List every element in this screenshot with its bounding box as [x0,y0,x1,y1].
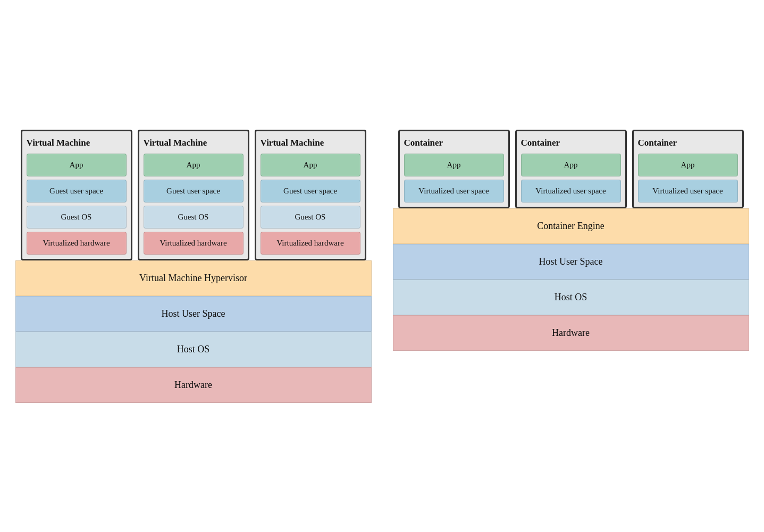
containers-row: Container App Virtualized user space Con… [393,130,749,208]
container3-virt-user: Virtualized user space [638,180,738,202]
container1-app: App [404,154,504,176]
main-container: Virtual Machine App Guest user space Gue… [15,130,749,403]
vm3-virt-hw: Virtualized hardware [261,232,360,255]
vm3-title: Virtual Machine [261,136,360,150]
vm-box-1: Virtual Machine App Guest user space Gue… [21,130,132,260]
container-diagram: Container App Virtualized user space Con… [393,130,749,351]
vm2-virt-hw: Virtualized hardware [144,232,244,255]
container-hardware-layer: Hardware [393,315,749,351]
container3-title: Container [638,136,738,150]
vm-box-3: Virtual Machine App Guest user space Gue… [255,130,366,260]
container1-virt-user: Virtualized user space [404,180,504,202]
container2-title: Container [521,136,621,150]
vm3-app: App [261,154,360,176]
vm1-virt-hw: Virtualized hardware [27,232,127,255]
vm2-guest-os: Guest OS [144,206,244,229]
vm3-guest-user: Guest user space [261,180,360,202]
container2-virt-user: Virtualized user space [521,180,621,202]
container3-app: App [638,154,738,176]
vm-infra-layers: Virtual Machine Hypervisor Host User Spa… [15,260,372,403]
vm-hardware-layer: Hardware [15,367,372,403]
vm2-guest-user: Guest user space [144,180,244,202]
container-engine-layer: Container Engine [393,208,749,244]
vm1-guest-user: Guest user space [27,180,127,202]
vm-box-2: Virtual Machine App Guest user space Gue… [138,130,249,260]
vm-hypervisor-layer: Virtual Machine Hypervisor [15,260,372,296]
container2-app: App [521,154,621,176]
container-host-user-layer: Host User Space [393,244,749,280]
container-box-2: Container App Virtualized user space [515,130,627,208]
vm1-app: App [27,154,127,176]
container-box-3: Container App Virtualized user space [632,130,744,208]
vm2-title: Virtual Machine [144,136,244,150]
container1-title: Container [404,136,504,150]
vm2-app: App [144,154,244,176]
vm-machines-row: Virtual Machine App Guest user space Gue… [15,130,372,260]
vm3-guest-os: Guest OS [261,206,360,229]
vm1-guest-os: Guest OS [27,206,127,229]
vm-host-user-layer: Host User Space [15,296,372,332]
container-infra-layers: Container Engine Host User Space Host OS… [393,208,749,351]
vm-diagram: Virtual Machine App Guest user space Gue… [15,130,372,403]
container-box-1: Container App Virtualized user space [398,130,510,208]
vm1-title: Virtual Machine [27,136,127,150]
container-host-os-layer: Host OS [393,280,749,315]
vm-host-os-layer: Host OS [15,332,372,367]
